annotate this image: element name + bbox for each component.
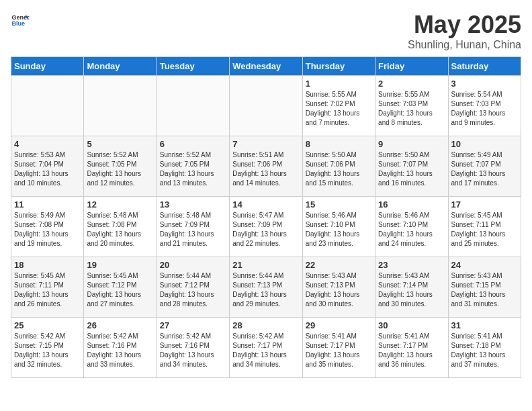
calendar-day-cell: 12Sunrise: 5:48 AM Sunset: 7:08 PM Dayli…: [84, 197, 157, 257]
calendar-day-cell: 20Sunrise: 5:44 AM Sunset: 7:12 PM Dayli…: [157, 257, 229, 318]
calendar-day-cell: 11Sunrise: 5:49 AM Sunset: 7:08 PM Dayli…: [11, 197, 84, 257]
day-number: 1: [306, 79, 372, 89]
calendar-day-cell: 30Sunrise: 5:41 AM Sunset: 7:17 PM Dayli…: [375, 318, 448, 378]
day-number: 21: [232, 260, 299, 270]
day-number: 12: [87, 199, 153, 210]
day-of-week-header: Monday: [84, 57, 157, 76]
day-info: Sunrise: 5:48 AM Sunset: 7:09 PM Dayligh…: [160, 211, 226, 248]
calendar-day-cell: [84, 76, 157, 136]
day-number: 7: [232, 139, 299, 149]
calendar-week-row: 18Sunrise: 5:45 AM Sunset: 7:11 PM Dayli…: [11, 257, 521, 318]
calendar-week-row: 25Sunrise: 5:42 AM Sunset: 7:15 PM Dayli…: [11, 318, 521, 378]
day-of-week-header: Wednesday: [230, 57, 302, 76]
calendar-day-cell: 6Sunrise: 5:52 AM Sunset: 7:05 PM Daylig…: [157, 136, 229, 197]
calendar-day-cell: 7Sunrise: 5:51 AM Sunset: 7:06 PM Daylig…: [230, 136, 302, 197]
calendar-day-cell: 31Sunrise: 5:41 AM Sunset: 7:18 PM Dayli…: [448, 318, 521, 378]
day-info: Sunrise: 5:54 AM Sunset: 7:03 PM Dayligh…: [451, 90, 518, 128]
day-number: 3: [451, 79, 518, 89]
day-info: Sunrise: 5:41 AM Sunset: 7:17 PM Dayligh…: [378, 332, 445, 369]
day-number: 31: [451, 320, 518, 330]
day-info: Sunrise: 5:52 AM Sunset: 7:05 PM Dayligh…: [160, 150, 226, 188]
calendar-title: May 2025: [408, 11, 521, 39]
day-info: Sunrise: 5:52 AM Sunset: 7:05 PM Dayligh…: [87, 150, 153, 188]
day-number: 2: [378, 79, 445, 89]
day-number: 16: [378, 199, 445, 210]
calendar-day-cell: 10Sunrise: 5:49 AM Sunset: 7:07 PM Dayli…: [448, 136, 521, 197]
calendar-day-cell: 21Sunrise: 5:44 AM Sunset: 7:13 PM Dayli…: [230, 257, 302, 318]
day-number: 14: [232, 199, 299, 210]
day-number: 15: [306, 199, 372, 210]
calendar-day-cell: 14Sunrise: 5:47 AM Sunset: 7:09 PM Dayli…: [230, 197, 302, 257]
day-number: 28: [232, 320, 299, 330]
day-of-week-header: Friday: [375, 57, 448, 76]
title-area: May 2025 Shunling, Hunan, China: [408, 11, 521, 51]
day-info: Sunrise: 5:43 AM Sunset: 7:13 PM Dayligh…: [306, 271, 372, 309]
calendar-day-cell: 17Sunrise: 5:45 AM Sunset: 7:11 PM Dayli…: [448, 197, 521, 257]
calendar-day-cell: 28Sunrise: 5:42 AM Sunset: 7:17 PM Dayli…: [230, 318, 302, 378]
calendar-day-cell: 13Sunrise: 5:48 AM Sunset: 7:09 PM Dayli…: [157, 197, 229, 257]
calendar-subtitle: Shunling, Hunan, China: [408, 39, 521, 51]
logo-icon: General Blue: [11, 11, 30, 30]
calendar-table: SundayMondayTuesdayWednesdayThursdayFrid…: [11, 56, 521, 378]
day-number: 29: [306, 320, 372, 330]
day-info: Sunrise: 5:55 AM Sunset: 7:02 PM Dayligh…: [306, 90, 372, 128]
calendar-day-cell: 8Sunrise: 5:50 AM Sunset: 7:06 PM Daylig…: [302, 136, 375, 197]
calendar-day-cell: 26Sunrise: 5:42 AM Sunset: 7:16 PM Dayli…: [84, 318, 157, 378]
day-number: 5: [87, 139, 153, 149]
calendar-header: General Blue May 2025 Shunling, Hunan, C…: [11, 11, 521, 51]
day-number: 17: [451, 199, 518, 210]
day-number: 8: [306, 139, 372, 149]
day-number: 4: [14, 139, 81, 149]
day-info: Sunrise: 5:45 AM Sunset: 7:12 PM Dayligh…: [87, 271, 153, 309]
calendar-day-cell: 5Sunrise: 5:52 AM Sunset: 7:05 PM Daylig…: [84, 136, 157, 197]
day-info: Sunrise: 5:43 AM Sunset: 7:14 PM Dayligh…: [378, 271, 445, 309]
day-info: Sunrise: 5:44 AM Sunset: 7:12 PM Dayligh…: [160, 271, 226, 309]
calendar-header-row: SundayMondayTuesdayWednesdayThursdayFrid…: [11, 57, 521, 76]
day-number: 13: [160, 199, 226, 210]
day-info: Sunrise: 5:42 AM Sunset: 7:16 PM Dayligh…: [87, 332, 153, 369]
day-info: Sunrise: 5:43 AM Sunset: 7:15 PM Dayligh…: [451, 271, 518, 309]
day-number: 10: [451, 139, 518, 149]
day-info: Sunrise: 5:49 AM Sunset: 7:08 PM Dayligh…: [14, 211, 81, 248]
calendar-week-row: 1Sunrise: 5:55 AM Sunset: 7:02 PM Daylig…: [11, 76, 521, 136]
day-of-week-header: Sunday: [11, 57, 84, 76]
day-info: Sunrise: 5:51 AM Sunset: 7:06 PM Dayligh…: [232, 150, 299, 188]
day-number: 27: [160, 320, 226, 330]
calendar-day-cell: 1Sunrise: 5:55 AM Sunset: 7:02 PM Daylig…: [302, 76, 375, 136]
calendar-day-cell: [11, 76, 84, 136]
calendar-day-cell: 27Sunrise: 5:42 AM Sunset: 7:16 PM Dayli…: [157, 318, 229, 378]
svg-text:Blue: Blue: [11, 20, 25, 27]
day-info: Sunrise: 5:55 AM Sunset: 7:03 PM Dayligh…: [378, 90, 445, 128]
day-info: Sunrise: 5:42 AM Sunset: 7:15 PM Dayligh…: [14, 332, 81, 369]
day-number: 30: [378, 320, 445, 330]
day-info: Sunrise: 5:46 AM Sunset: 7:10 PM Dayligh…: [306, 211, 372, 248]
calendar-day-cell: 24Sunrise: 5:43 AM Sunset: 7:15 PM Dayli…: [448, 257, 521, 318]
calendar-day-cell: 16Sunrise: 5:46 AM Sunset: 7:10 PM Dayli…: [375, 197, 448, 257]
day-number: 20: [160, 260, 226, 270]
calendar-day-cell: 9Sunrise: 5:50 AM Sunset: 7:07 PM Daylig…: [375, 136, 448, 197]
day-number: 23: [378, 260, 445, 270]
calendar-day-cell: 2Sunrise: 5:55 AM Sunset: 7:03 PM Daylig…: [375, 76, 448, 136]
day-number: 24: [451, 260, 518, 270]
day-of-week-header: Saturday: [448, 57, 521, 76]
day-number: 11: [14, 199, 81, 210]
day-number: 19: [87, 260, 153, 270]
day-info: Sunrise: 5:46 AM Sunset: 7:10 PM Dayligh…: [378, 211, 445, 248]
logo: General Blue: [11, 11, 30, 30]
calendar-day-cell: 29Sunrise: 5:41 AM Sunset: 7:17 PM Dayli…: [302, 318, 375, 378]
day-info: Sunrise: 5:48 AM Sunset: 7:08 PM Dayligh…: [87, 211, 153, 248]
calendar-day-cell: 19Sunrise: 5:45 AM Sunset: 7:12 PM Dayli…: [84, 257, 157, 318]
day-info: Sunrise: 5:42 AM Sunset: 7:17 PM Dayligh…: [232, 332, 299, 369]
calendar-day-cell: 15Sunrise: 5:46 AM Sunset: 7:10 PM Dayli…: [302, 197, 375, 257]
calendar-day-cell: 3Sunrise: 5:54 AM Sunset: 7:03 PM Daylig…: [448, 76, 521, 136]
day-info: Sunrise: 5:42 AM Sunset: 7:16 PM Dayligh…: [160, 332, 226, 369]
calendar-week-row: 11Sunrise: 5:49 AM Sunset: 7:08 PM Dayli…: [11, 197, 521, 257]
day-info: Sunrise: 5:41 AM Sunset: 7:18 PM Dayligh…: [451, 332, 518, 369]
calendar-day-cell: 4Sunrise: 5:53 AM Sunset: 7:04 PM Daylig…: [11, 136, 84, 197]
day-info: Sunrise: 5:49 AM Sunset: 7:07 PM Dayligh…: [451, 150, 518, 188]
day-info: Sunrise: 5:41 AM Sunset: 7:17 PM Dayligh…: [306, 332, 372, 369]
day-info: Sunrise: 5:50 AM Sunset: 7:06 PM Dayligh…: [306, 150, 372, 188]
day-info: Sunrise: 5:45 AM Sunset: 7:11 PM Dayligh…: [451, 211, 518, 248]
calendar-day-cell: 18Sunrise: 5:45 AM Sunset: 7:11 PM Dayli…: [11, 257, 84, 318]
day-number: 9: [378, 139, 445, 149]
